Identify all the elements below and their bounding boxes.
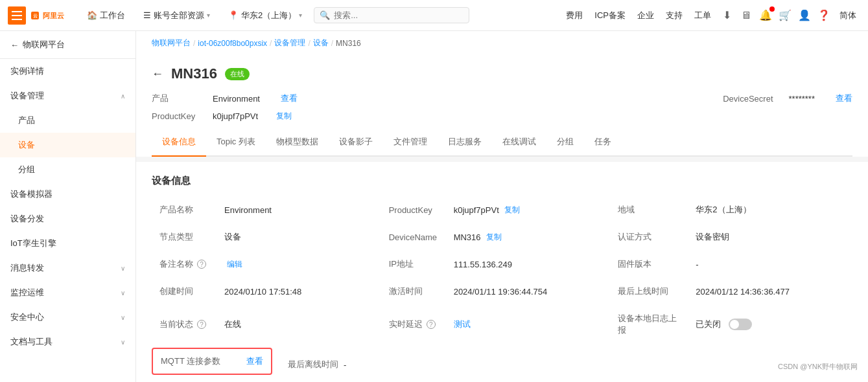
log-report-toggle[interactable] [729, 319, 752, 330]
question-icon[interactable]: ❓ [816, 8, 832, 23]
chevron-down-icon: ∨ [121, 265, 125, 272]
mqtt-row-wrapper: MQTT 连接参数 查看 最后离线时间 - [152, 348, 852, 381]
nav-language[interactable]: 简体 [836, 10, 860, 21]
tab-tasks[interactable]: 任务 [584, 128, 622, 157]
question-icon-3[interactable]: ? [427, 320, 436, 329]
user-icon[interactable]: 👤 [797, 8, 812, 23]
sidebar: ← 物联网平台 实例详情 设备管理 ∧ 产品 设备 分组 设备模拟器 设备分发 … [0, 31, 136, 382]
breadcrumb-instance[interactable]: iot-06z00f8bo0pxsix [198, 39, 267, 48]
chevron-down-icon: ▾ [299, 12, 302, 19]
title-row: ← MN316 在线 [152, 65, 852, 82]
sidebar-item-device-mgmt[interactable]: 设备管理 ∧ [0, 84, 135, 108]
info-grid-row5: 当前状态 ? 在线 实时延迟 ? 测试 设备本地日志上报 已关闭 [152, 306, 852, 343]
tab-online-debug[interactable]: 在线调试 [492, 128, 546, 157]
tab-device-info[interactable]: 设备信息 [152, 128, 206, 157]
status-badge: 在线 [225, 68, 250, 80]
nav-enterprise[interactable]: 企业 [633, 10, 658, 21]
info-grid-row3: 备注名称 ? 编辑 IP地址 111.55.136.249 固件版本 - [152, 252, 852, 276]
latency-test-link[interactable]: 测试 [446, 306, 611, 343]
nav-region[interactable]: 📍 华东2（上海） ▾ [222, 0, 309, 31]
productkey-copy-button[interactable]: 复制 [276, 111, 292, 122]
last-offline-row: 最后离线时间 - [288, 359, 346, 370]
sidebar-item-security[interactable]: 安全中心 ∨ [0, 305, 135, 330]
page-header: ← MN316 在线 产品 Environment 查看 DeviceSecre… [136, 55, 868, 157]
main-content: 物联网平台 / iot-06z00f8bo0pxsix / 设备管理 / 设备 … [136, 31, 868, 382]
monitor-icon[interactable]: 🖥 [738, 8, 754, 23]
chevron-down-icon: ▾ [207, 12, 210, 19]
sidebar-item-products[interactable]: 产品 [0, 108, 135, 133]
menu-toggle-button[interactable] [8, 6, 26, 25]
nav-workbench[interactable]: 🏠 工作台 [80, 0, 132, 31]
sidebar-item-monitor[interactable]: 监控运维 ∨ [0, 280, 135, 305]
nav-right-area: 费用 ICP备案 企业 支持 工单 ⬇ 🖥 🔔 🛒 👤 ❓ 简体 [562, 8, 860, 23]
mqtt-view-link[interactable]: 查看 [246, 355, 263, 367]
search-icon: 🔍 [320, 10, 330, 20]
tab-device-shadow[interactable]: 设备影子 [329, 128, 383, 157]
breadcrumb-device-mgmt[interactable]: 设备管理 [274, 38, 305, 49]
sidebar-item-iot-twin[interactable]: IoT孪生引擎 [0, 231, 135, 256]
breadcrumb-current: MN316 [336, 39, 361, 48]
tab-groups[interactable]: 分组 [546, 128, 584, 157]
chevron-up-icon: ∧ [121, 93, 125, 100]
breadcrumb: 物联网平台 / iot-06z00f8bo0pxsix / 设备管理 / 设备 … [136, 31, 868, 55]
nav-workorder[interactable]: 工单 [690, 10, 715, 21]
resource-icon: ☰ [143, 10, 151, 20]
aliyun-logo: 云 阿里云 [31, 6, 70, 25]
search-bar[interactable]: 🔍 [314, 7, 469, 23]
tab-log-service[interactable]: 日志服务 [438, 128, 492, 157]
back-arrow-icon: ← [10, 40, 19, 50]
devicename-copy-button[interactable]: 复制 [486, 232, 502, 243]
page-title: MN316 [171, 65, 217, 82]
bell-icon[interactable]: 🔔 [758, 8, 773, 23]
svg-text:阿里云: 阿里云 [43, 12, 64, 19]
question-icon-2[interactable]: ? [197, 320, 206, 329]
product-info-row: 产品 Environment 查看 DeviceSecret ******** … [152, 93, 852, 104]
page-layout: ← 物联网平台 实例详情 设备管理 ∧ 产品 设备 分组 设备模拟器 设备分发 … [0, 31, 868, 382]
sidebar-item-groups[interactable]: 分组 [0, 157, 135, 182]
nav-fees[interactable]: 费用 [562, 10, 587, 21]
chevron-down-icon: ∨ [121, 339, 125, 346]
info-grid-row2: 节点类型 设备 DeviceName MN316 复制 认证方式 设备密钥 [152, 225, 852, 249]
nav-support[interactable]: 支持 [662, 10, 686, 21]
device-info-title: 设备信息 [152, 175, 852, 187]
location-icon: 📍 [228, 10, 239, 20]
device-secret-view-link[interactable]: 查看 [836, 93, 852, 104]
tab-thing-model[interactable]: 物模型数据 [266, 128, 329, 157]
product-view-link[interactable]: 查看 [281, 93, 298, 104]
home-icon: 🏠 [87, 10, 97, 20]
device-info-section: 设备信息 产品名称 Environment ProductKey k0jupf7… [136, 162, 868, 382]
page-back-button[interactable]: ← [152, 67, 163, 81]
info-grid-row1: 产品名称 Environment ProductKey k0jupf7pPVt … [152, 197, 852, 222]
nav-resources[interactable]: ☰ 账号全部资源 ▾ [137, 0, 217, 31]
sidebar-back-button[interactable]: ← 物联网平台 [0, 31, 135, 59]
mqtt-connection-row: MQTT 连接参数 查看 [152, 348, 272, 375]
logo-area: 云 阿里云 [8, 6, 70, 25]
nav-icp[interactable]: ICP备案 [591, 10, 629, 21]
info-grid-row4: 创建时间 2024/01/10 17:51:48 激活时间 2024/01/11… [152, 279, 852, 304]
top-navigation: 云 阿里云 🏠 工作台 ☰ 账号全部资源 ▾ 📍 华东2（上海） ▾ 🔍 费用 … [0, 0, 868, 31]
tab-topic-list[interactable]: Topic 列表 [206, 128, 266, 157]
productkey-copy2-button[interactable]: 复制 [504, 205, 520, 216]
alias-edit-button[interactable]: 编辑 [227, 259, 242, 270]
chevron-down-icon: ∨ [121, 289, 125, 297]
sidebar-item-devices[interactable]: 设备 [0, 133, 135, 157]
watermark: CSDN @YNK野牛物联网 [778, 362, 858, 372]
question-icon[interactable]: ? [197, 260, 206, 269]
sidebar-item-device-sim[interactable]: 设备模拟器 [0, 182, 135, 207]
breadcrumb-iot[interactable]: 物联网平台 [152, 38, 191, 49]
sidebar-item-instance[interactable]: 实例详情 [0, 59, 135, 84]
productkey-info-row: ProductKey k0jupf7pPVt 复制 [152, 111, 852, 122]
tab-file-mgmt[interactable]: 文件管理 [383, 128, 438, 157]
breadcrumb-devices[interactable]: 设备 [313, 38, 329, 49]
sidebar-item-msg-forward[interactable]: 消息转发 ∨ [0, 256, 135, 280]
sidebar-item-docs[interactable]: 文档与工具 ∨ [0, 330, 135, 354]
search-input[interactable] [334, 10, 463, 20]
cart-icon[interactable]: 🛒 [777, 8, 793, 23]
sidebar-item-device-distrib[interactable]: 设备分发 [0, 207, 135, 231]
svg-text:云: 云 [33, 13, 38, 17]
chevron-down-icon: ∨ [121, 314, 125, 321]
tab-bar: 设备信息 Topic 列表 物模型数据 设备影子 文件管理 日志服务 在线调试 … [152, 128, 852, 157]
cloud-download-icon[interactable]: ⬇ [719, 8, 734, 23]
